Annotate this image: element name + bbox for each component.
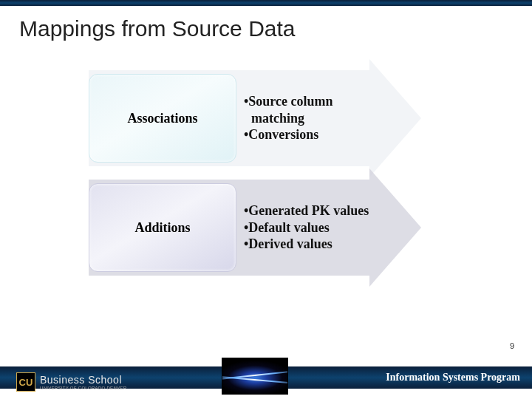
bullet-item: •Conversions	[244, 126, 369, 143]
top-accent-bar	[0, 0, 532, 6]
arrow-head-icon	[369, 168, 421, 287]
logo-mark-icon: CU	[16, 372, 35, 392]
footer: Information Systems Program CU Business …	[0, 356, 532, 399]
logo-text: Business School UNIVERSITY OF COLORADO D…	[40, 374, 126, 390]
bullet-text: Source column matching	[248, 94, 332, 126]
bullet-text: Derived values	[248, 236, 332, 251]
slide-title: Mappings from Source Data	[0, 6, 532, 41]
card-label: Associations	[127, 111, 197, 126]
card-additions: Additions	[89, 183, 236, 272]
bullet-text: Conversions	[248, 127, 318, 142]
program-name: Information Systems Program	[386, 372, 520, 383]
footer-decorative-image	[222, 358, 288, 395]
bullet-text: Default values	[248, 220, 330, 235]
bullet-item: •Derived values	[244, 236, 369, 253]
bullet-item: •Default values	[244, 219, 369, 236]
school-logo: CU Business School UNIVERSITY OF COLORAD…	[16, 372, 126, 392]
page-number: 9	[510, 341, 514, 350]
bullet-text: Generated PK values	[248, 203, 369, 218]
card-label: Additions	[134, 220, 190, 236]
block-additions: Additions •Generated PK values •Default …	[89, 183, 443, 272]
logo-line1: Business School	[40, 374, 126, 386]
logo-line2: UNIVERSITY OF COLORADO DENVER	[40, 386, 126, 390]
bullet-item: •Source column matching	[244, 93, 369, 126]
arrow-head-icon	[369, 59, 421, 177]
diagram-area: Associations •Source column matching •Co…	[89, 74, 443, 293]
bullets-associations: •Source column matching •Conversions	[236, 93, 369, 143]
card-associations: Associations	[89, 74, 236, 163]
bullets-additions: •Generated PK values •Default values •De…	[236, 202, 369, 253]
block-associations: Associations •Source column matching •Co…	[89, 74, 443, 163]
bullet-item: •Generated PK values	[244, 202, 369, 219]
